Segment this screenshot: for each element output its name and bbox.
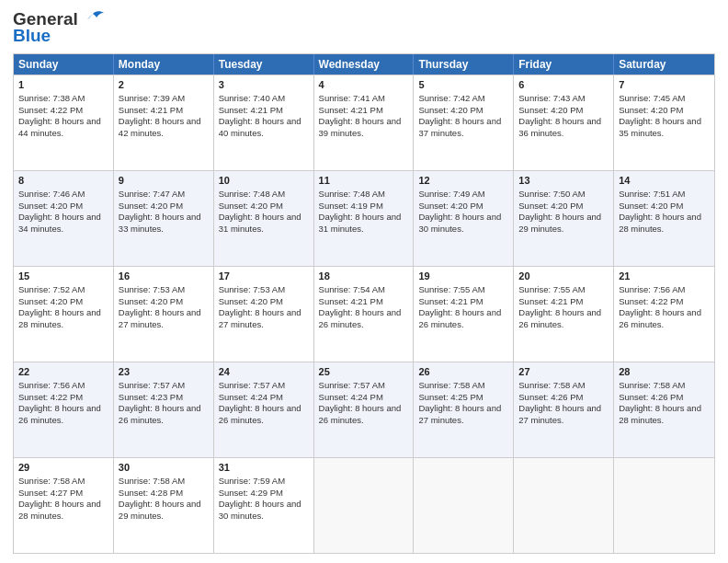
calendar-day-17: 17Sunrise: 7:53 AMSunset: 4:20 PMDayligh… bbox=[214, 267, 314, 362]
calendar-day-22: 22Sunrise: 7:56 AMSunset: 4:22 PMDayligh… bbox=[14, 362, 114, 457]
calendar: SundayMondayTuesdayWednesdayThursdayFrid… bbox=[13, 53, 715, 554]
day-number: 19 bbox=[418, 270, 508, 283]
daylight: Daylight: 8 hours and 27 minutes. bbox=[119, 307, 201, 329]
daylight: Daylight: 8 hours and 26 minutes. bbox=[219, 403, 301, 425]
sunrise: Sunrise: 7:53 AM bbox=[219, 284, 285, 294]
calendar-day-27: 27Sunrise: 7:58 AMSunset: 4:26 PMDayligh… bbox=[514, 362, 614, 457]
sunset: Sunset: 4:28 PM bbox=[119, 488, 183, 498]
day-number: 22 bbox=[18, 365, 108, 379]
daylight: Daylight: 8 hours and 26 minutes. bbox=[518, 307, 601, 329]
day-header-wednesday: Wednesday bbox=[314, 54, 415, 75]
daylight: Daylight: 8 hours and 26 minutes. bbox=[119, 403, 201, 425]
calendar-day-15: 15Sunrise: 7:52 AMSunset: 4:20 PMDayligh… bbox=[14, 267, 114, 362]
sunset: Sunset: 4:20 PM bbox=[119, 296, 183, 306]
calendar-week-2: 8Sunrise: 7:46 AMSunset: 4:20 PMDaylight… bbox=[14, 170, 714, 266]
sunset: Sunset: 4:27 PM bbox=[18, 488, 83, 498]
sunrise: Sunrise: 7:50 AM bbox=[518, 189, 585, 199]
calendar-day-31: 31Sunrise: 7:59 AMSunset: 4:29 PMDayligh… bbox=[214, 458, 314, 553]
daylight: Daylight: 8 hours and 28 minutes. bbox=[18, 307, 101, 329]
sunset: Sunset: 4:19 PM bbox=[319, 201, 383, 211]
calendar-day-7: 7Sunrise: 7:45 AMSunset: 4:20 PMDaylight… bbox=[614, 75, 714, 170]
day-number: 21 bbox=[619, 270, 710, 283]
sunset: Sunset: 4:26 PM bbox=[619, 392, 683, 402]
calendar-day-2: 2Sunrise: 7:39 AMSunset: 4:21 PMDaylight… bbox=[114, 75, 214, 170]
calendar-day-30: 30Sunrise: 7:58 AMSunset: 4:28 PMDayligh… bbox=[114, 458, 214, 553]
sunrise: Sunrise: 7:51 AM bbox=[619, 189, 685, 199]
sunrise: Sunrise: 7:58 AM bbox=[619, 380, 685, 390]
calendar-day-8: 8Sunrise: 7:46 AMSunset: 4:20 PMDaylight… bbox=[14, 171, 114, 266]
daylight: Daylight: 8 hours and 26 minutes. bbox=[418, 307, 501, 329]
day-number: 26 bbox=[418, 365, 508, 379]
day-number: 13 bbox=[518, 174, 609, 188]
day-number: 9 bbox=[119, 174, 209, 188]
daylight: Daylight: 8 hours and 37 minutes. bbox=[418, 116, 501, 138]
day-header-friday: Friday bbox=[514, 54, 614, 75]
day-number: 29 bbox=[18, 461, 108, 475]
sunrise: Sunrise: 7:55 AM bbox=[518, 284, 585, 294]
sunrise: Sunrise: 7:39 AM bbox=[119, 93, 185, 103]
sunrise: Sunrise: 7:46 AM bbox=[18, 189, 85, 199]
sunset: Sunset: 4:20 PM bbox=[518, 105, 583, 115]
daylight: Daylight: 8 hours and 28 minutes. bbox=[18, 499, 101, 521]
calendar-day-13: 13Sunrise: 7:50 AMSunset: 4:20 PMDayligh… bbox=[514, 171, 614, 266]
daylight: Daylight: 8 hours and 42 minutes. bbox=[119, 116, 201, 138]
sunrise: Sunrise: 7:42 AM bbox=[418, 93, 484, 103]
sunrise: Sunrise: 7:38 AM bbox=[18, 93, 85, 103]
day-number: 4 bbox=[319, 78, 409, 92]
daylight: Daylight: 8 hours and 31 minutes. bbox=[319, 212, 402, 234]
daylight: Daylight: 8 hours and 27 minutes. bbox=[418, 403, 501, 425]
day-number: 10 bbox=[219, 174, 309, 188]
calendar-day-1: 1Sunrise: 7:38 AMSunset: 4:22 PMDaylight… bbox=[14, 75, 114, 170]
sunset: Sunset: 4:20 PM bbox=[619, 201, 683, 211]
daylight: Daylight: 8 hours and 26 minutes. bbox=[619, 307, 701, 329]
day-number: 25 bbox=[319, 365, 409, 379]
calendar-empty bbox=[314, 458, 415, 553]
sunset: Sunset: 4:22 PM bbox=[619, 296, 683, 306]
calendar-day-5: 5Sunrise: 7:42 AMSunset: 4:20 PMDaylight… bbox=[414, 75, 514, 170]
day-number: 17 bbox=[219, 270, 309, 283]
sunrise: Sunrise: 7:41 AM bbox=[319, 93, 385, 103]
daylight: Daylight: 8 hours and 33 minutes. bbox=[119, 212, 201, 234]
sunrise: Sunrise: 7:56 AM bbox=[619, 284, 685, 294]
sunrise: Sunrise: 7:48 AM bbox=[219, 189, 285, 199]
day-number: 31 bbox=[219, 461, 309, 475]
daylight: Daylight: 8 hours and 27 minutes. bbox=[219, 307, 301, 329]
sunset: Sunset: 4:23 PM bbox=[119, 392, 183, 402]
sunrise: Sunrise: 7:58 AM bbox=[18, 476, 85, 486]
sunset: Sunset: 4:24 PM bbox=[319, 392, 383, 402]
calendar-empty bbox=[614, 458, 714, 553]
logo-bird-icon bbox=[80, 10, 106, 29]
sunrise: Sunrise: 7:57 AM bbox=[219, 380, 285, 390]
calendar-body: 1Sunrise: 7:38 AMSunset: 4:22 PMDaylight… bbox=[14, 75, 714, 553]
sunset: Sunset: 4:21 PM bbox=[518, 296, 583, 306]
day-number: 16 bbox=[119, 270, 209, 283]
calendar-week-1: 1Sunrise: 7:38 AMSunset: 4:22 PMDaylight… bbox=[14, 75, 714, 170]
logo-blue: Blue bbox=[13, 26, 51, 46]
sunset: Sunset: 4:21 PM bbox=[319, 105, 383, 115]
sunset: Sunset: 4:20 PM bbox=[18, 296, 83, 306]
sunset: Sunset: 4:20 PM bbox=[119, 201, 183, 211]
sunrise: Sunrise: 7:57 AM bbox=[319, 380, 385, 390]
calendar-empty bbox=[414, 458, 514, 553]
daylight: Daylight: 8 hours and 30 minutes. bbox=[418, 212, 501, 234]
daylight: Daylight: 8 hours and 27 minutes. bbox=[518, 403, 601, 425]
calendar-day-26: 26Sunrise: 7:58 AMSunset: 4:25 PMDayligh… bbox=[414, 362, 514, 457]
day-header-tuesday: Tuesday bbox=[214, 54, 314, 75]
sunrise: Sunrise: 7:56 AM bbox=[18, 380, 85, 390]
sunset: Sunset: 4:21 PM bbox=[119, 105, 183, 115]
daylight: Daylight: 8 hours and 26 minutes. bbox=[18, 403, 101, 425]
sunset: Sunset: 4:20 PM bbox=[619, 105, 683, 115]
daylight: Daylight: 8 hours and 29 minutes. bbox=[119, 499, 201, 521]
sunset: Sunset: 4:20 PM bbox=[418, 201, 483, 211]
calendar-day-18: 18Sunrise: 7:54 AMSunset: 4:21 PMDayligh… bbox=[314, 267, 415, 362]
daylight: Daylight: 8 hours and 26 minutes. bbox=[319, 403, 402, 425]
sunset: Sunset: 4:20 PM bbox=[219, 296, 283, 306]
daylight: Daylight: 8 hours and 44 minutes. bbox=[18, 116, 101, 138]
day-header-sunday: Sunday bbox=[14, 54, 114, 75]
calendar-day-9: 9Sunrise: 7:47 AMSunset: 4:20 PMDaylight… bbox=[114, 171, 214, 266]
sunset: Sunset: 4:21 PM bbox=[319, 296, 383, 306]
daylight: Daylight: 8 hours and 26 minutes. bbox=[319, 307, 402, 329]
day-number: 8 bbox=[18, 174, 108, 188]
calendar-day-29: 29Sunrise: 7:58 AMSunset: 4:27 PMDayligh… bbox=[14, 458, 114, 553]
calendar-day-10: 10Sunrise: 7:48 AMSunset: 4:20 PMDayligh… bbox=[214, 171, 314, 266]
